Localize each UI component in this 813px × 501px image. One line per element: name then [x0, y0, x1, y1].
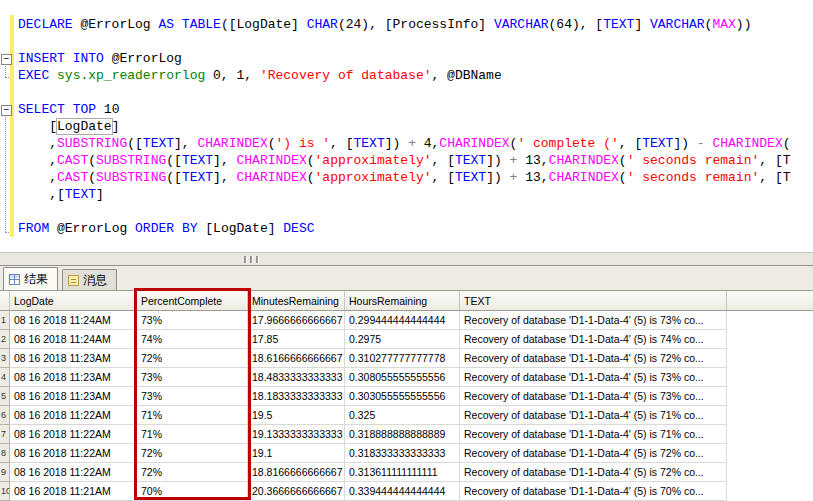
row-number[interactable]: 2	[0, 330, 10, 349]
cell[interactable]: Recovery of database 'D1-1-Data-4' (5) i…	[460, 406, 727, 425]
outline-guide	[5, 115, 6, 232]
row-number[interactable]: 5	[0, 387, 10, 406]
cell[interactable]: 08 16 2018 11:23AM	[10, 349, 137, 368]
column-header-hoursremaining[interactable]: HoursRemaining	[345, 291, 460, 310]
row-number[interactable]: 7	[0, 425, 10, 444]
tab-results[interactable]: 结果	[3, 267, 58, 290]
code-line: FROM @ErrorLog ORDER BY [LogDate] DESC	[18, 220, 813, 237]
corner-header[interactable]	[0, 291, 10, 310]
cell[interactable]: 0.2975	[345, 330, 460, 349]
cell[interactable]: 72%	[137, 444, 248, 463]
cell[interactable]: Recovery of database 'D1-1-Data-4' (5) i…	[460, 330, 727, 349]
cell[interactable]: Recovery of database 'D1-1-Data-4' (5) i…	[460, 425, 727, 444]
code-line: ,CAST(SUBSTRING([TEXT], CHARINDEX('appro…	[18, 169, 813, 186]
table-row: 408 16 2018 11:23AM73%18.48333333333330.…	[0, 368, 813, 387]
cell[interactable]: 20.3666666666667	[248, 482, 345, 501]
results-grid: LogDatePercentCompleteMinutesRemainingHo…	[0, 290, 813, 501]
cell[interactable]: 0.339444444444444	[345, 482, 460, 501]
cell[interactable]: 19.5	[248, 406, 345, 425]
cell[interactable]: 0.310277777777778	[345, 349, 460, 368]
code-line: ,[TEXT]	[18, 186, 813, 203]
cell[interactable]: 18.8166666666667	[248, 463, 345, 482]
table-row: 708 16 2018 11:22AM71%19.13333333333330.…	[0, 425, 813, 444]
cell[interactable]: 0.313611111111111	[345, 463, 460, 482]
collapse-toggle-select[interactable]: −	[1, 105, 12, 116]
table-row: 308 16 2018 11:23AM72%18.61666666666670.…	[0, 349, 813, 368]
cell[interactable]: 17.85	[248, 330, 345, 349]
column-header-logdate[interactable]: LogDate	[10, 291, 137, 310]
cell[interactable]: 08 16 2018 11:24AM	[10, 330, 137, 349]
cell[interactable]: 71%	[137, 425, 248, 444]
cell[interactable]: 19.1333333333333	[248, 425, 345, 444]
cell[interactable]: 08 16 2018 11:23AM	[10, 368, 137, 387]
table-row: 1008 16 2018 11:21AM70%20.36666666666670…	[0, 482, 813, 501]
row-number[interactable]: 3	[0, 349, 10, 368]
cell[interactable]: 0.318888888888889	[345, 425, 460, 444]
code-area: DECLARE @ErrorLog AS TABLE([LogDate] CHA…	[18, 16, 813, 237]
row-number[interactable]: 9	[0, 463, 10, 482]
sql-editor[interactable]: − − DECLARE @ErrorLog AS TABLE([LogDate]…	[0, 0, 813, 252]
cell[interactable]: 72%	[137, 349, 248, 368]
cell[interactable]: 73%	[137, 311, 248, 330]
cell[interactable]: 17.9666666666667	[248, 311, 345, 330]
cell[interactable]: Recovery of database 'D1-1-Data-4' (5) i…	[460, 349, 727, 368]
code-line: SELECT TOP 10	[18, 101, 813, 118]
column-header-text[interactable]: TEXT	[460, 291, 727, 310]
cell[interactable]: 0.303055555555556	[345, 387, 460, 406]
cell[interactable]: 08 16 2018 11:22AM	[10, 463, 137, 482]
cell[interactable]: Recovery of database 'D1-1-Data-4' (5) i…	[460, 482, 727, 501]
table-row: 108 16 2018 11:24AM73%17.96666666666670.…	[0, 311, 813, 330]
table-row: 908 16 2018 11:22AM72%18.81666666666670.…	[0, 463, 813, 482]
change-tracking-bar	[10, 15, 14, 237]
messages-icon	[68, 275, 79, 286]
tab-messages[interactable]: 消息	[62, 269, 117, 290]
cell[interactable]: 18.4833333333333	[248, 368, 345, 387]
ssms-window: − − DECLARE @ErrorLog AS TABLE([LogDate]…	[0, 0, 813, 501]
code-line: DECLARE @ErrorLog AS TABLE([LogDate] CHA…	[18, 16, 813, 33]
column-header-percentcomplete[interactable]: PercentComplete	[137, 291, 248, 310]
cell[interactable]: 19.1	[248, 444, 345, 463]
row-number[interactable]: 8	[0, 444, 10, 463]
cell[interactable]: 71%	[137, 406, 248, 425]
table-row: 608 16 2018 11:22AM71%19.50.325Recovery …	[0, 406, 813, 425]
cell[interactable]: 0.308055555555556	[345, 368, 460, 387]
cell[interactable]: 72%	[137, 463, 248, 482]
code-line: ,SUBSTRING([TEXT], CHARINDEX(') is ', [T…	[18, 135, 813, 152]
collapse-toggle-insert[interactable]: −	[1, 54, 12, 65]
table-row: 208 16 2018 11:24AM74%17.850.2975Recover…	[0, 330, 813, 349]
row-number[interactable]: 1	[0, 311, 10, 330]
row-number[interactable]: 10	[0, 482, 10, 501]
results-tabstrip: 结果 消息	[0, 266, 813, 290]
cell[interactable]: Recovery of database 'D1-1-Data-4' (5) i…	[460, 368, 727, 387]
cell[interactable]: 74%	[137, 330, 248, 349]
cell[interactable]: 73%	[137, 368, 248, 387]
cell[interactable]: Recovery of database 'D1-1-Data-4' (5) i…	[460, 387, 727, 406]
pane-splitter[interactable]	[0, 252, 813, 266]
code-line: INSERT INTO @ErrorLog	[18, 50, 813, 67]
column-header-minutesremaining[interactable]: MinutesRemaining	[248, 291, 345, 310]
grid-header: LogDatePercentCompleteMinutesRemainingHo…	[0, 291, 813, 311]
cell[interactable]: Recovery of database 'D1-1-Data-4' (5) i…	[460, 444, 727, 463]
cell[interactable]: 08 16 2018 11:23AM	[10, 387, 137, 406]
cell[interactable]: 08 16 2018 11:22AM	[10, 444, 137, 463]
cell[interactable]: 08 16 2018 11:22AM	[10, 425, 137, 444]
cell[interactable]: 18.6166666666667	[248, 349, 345, 368]
code-line: ,CAST(SUBSTRING([TEXT], CHARINDEX('appro…	[18, 152, 813, 169]
cell[interactable]: Recovery of database 'D1-1-Data-4' (5) i…	[460, 463, 727, 482]
cell[interactable]: 18.1833333333333	[248, 387, 345, 406]
outline-guide	[5, 64, 6, 77]
cell[interactable]: 0.318333333333333	[345, 444, 460, 463]
cell[interactable]: 73%	[137, 387, 248, 406]
cell[interactable]: 08 16 2018 11:24AM	[10, 311, 137, 330]
cell[interactable]: 08 16 2018 11:22AM	[10, 406, 137, 425]
code-line: EXEC sys.xp_readerrorlog 0, 1, 'Recovery…	[18, 67, 813, 84]
cell[interactable]: 70%	[137, 482, 248, 501]
grid-body: 108 16 2018 11:24AM73%17.96666666666670.…	[0, 311, 813, 501]
table-row: 808 16 2018 11:22AM72%19.10.318333333333…	[0, 444, 813, 463]
cell[interactable]: Recovery of database 'D1-1-Data-4' (5) i…	[460, 311, 727, 330]
row-number[interactable]: 6	[0, 406, 10, 425]
cell[interactable]: 0.325	[345, 406, 460, 425]
cell[interactable]: 08 16 2018 11:21AM	[10, 482, 137, 501]
cell[interactable]: 0.299444444444444	[345, 311, 460, 330]
row-number[interactable]: 4	[0, 368, 10, 387]
